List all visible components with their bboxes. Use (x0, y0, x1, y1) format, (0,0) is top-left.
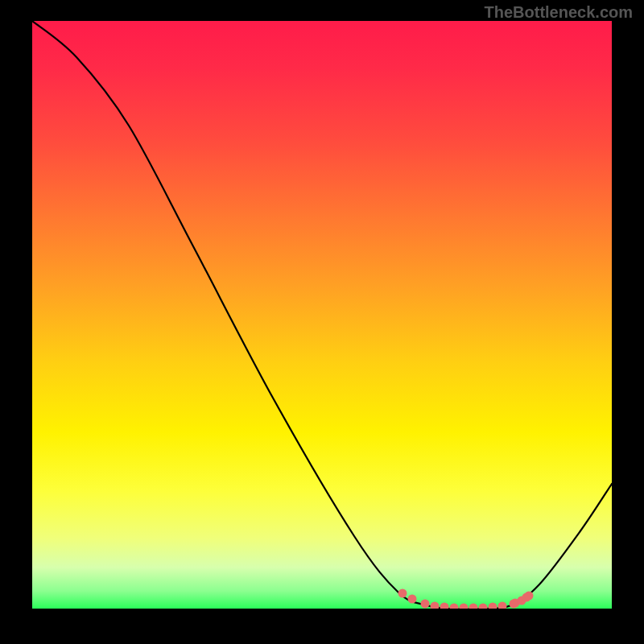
chart-svg (32, 21, 612, 609)
highlight-dot (460, 604, 469, 609)
chart-plot-area (32, 21, 612, 609)
highlight-markers (398, 589, 534, 609)
highlight-dot (489, 603, 497, 609)
highlight-dot (525, 592, 534, 601)
bottleneck-curve-path (32, 21, 612, 609)
highlight-dot (431, 602, 440, 609)
highlight-dot (421, 600, 430, 609)
highlight-dot (440, 603, 449, 609)
watermark-text: TheBottleneck.com (485, 3, 633, 22)
highlight-dot (479, 604, 488, 609)
highlight-dot (469, 604, 478, 609)
highlight-dot (498, 602, 507, 609)
highlight-dot (408, 595, 417, 604)
highlight-dot (450, 604, 459, 609)
highlight-dot (398, 589, 407, 598)
